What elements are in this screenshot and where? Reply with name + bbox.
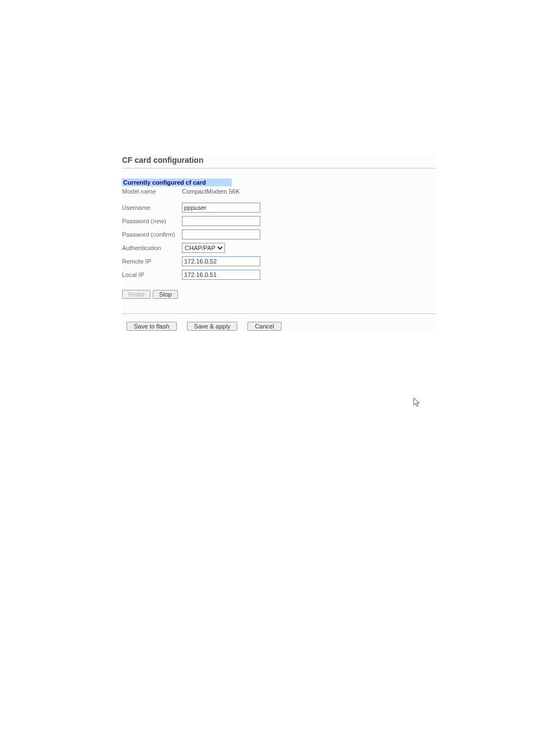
remote-ip-label: Remote IP [122,258,182,265]
probe-stop-row: Probe Stop [122,290,435,299]
authentication-label: Authentication [122,245,182,251]
password-new-label: Password (new) [122,218,182,224]
remote-ip-input[interactable] [182,256,260,266]
password-confirm-row: Password (confirm) [122,229,435,240]
authentication-row: Authentication CHAP/PAP [122,243,435,253]
remote-ip-row: Remote IP [122,256,435,266]
local-ip-input[interactable] [182,270,260,280]
model-name-label: Model name [122,188,182,195]
model-name-value: CompactModem 56K [182,188,240,195]
mouse-cursor-icon [413,397,421,408]
panel-title: CF card configuration [122,156,435,168]
bottom-button-row: Save to flash Save & apply Cancel [127,322,435,331]
cf-card-config-panel: CF card configuration Currently configur… [122,156,435,331]
model-name-row: Model name CompactModem 56K [122,188,435,195]
username-input[interactable] [182,203,260,213]
authentication-select[interactable]: CHAP/PAP [182,243,225,253]
stop-button[interactable]: Stop [153,290,178,299]
section-header: Currently configured cf card [122,179,232,186]
local-ip-row: Local IP [122,270,435,280]
divider [122,313,435,314]
password-new-input[interactable] [182,216,260,226]
cancel-button[interactable]: Cancel [247,322,281,331]
password-new-row: Password (new) [122,216,435,226]
username-row: Username [122,203,435,213]
password-confirm-label: Password (confirm) [122,231,182,238]
password-confirm-input[interactable] [182,229,260,240]
save-to-flash-button[interactable]: Save to flash [127,322,177,331]
username-label: Username [122,204,182,211]
probe-button[interactable]: Probe [122,290,151,299]
save-apply-button[interactable]: Save & apply [187,322,238,331]
local-ip-label: Local IP [122,271,182,278]
